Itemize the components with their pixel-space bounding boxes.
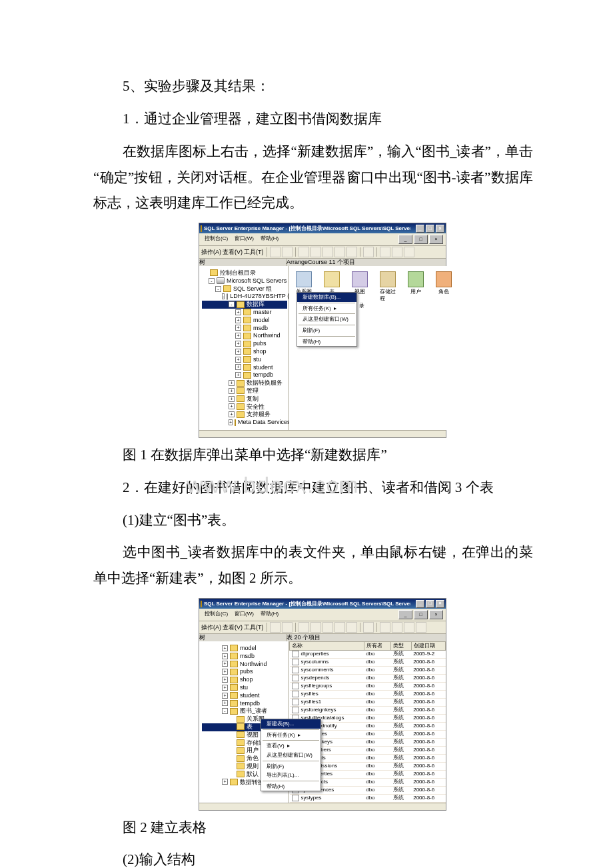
menu-help[interactable]: 帮助(H): [261, 782, 320, 791]
toolbar-button[interactable]: [392, 247, 402, 257]
menu-view[interactable]: 查看(V) ▸: [261, 741, 320, 751]
toolbar-view[interactable]: 查看(V): [223, 249, 243, 256]
inner-min-button[interactable]: _: [398, 235, 412, 244]
tree-db-item[interactable]: +shop: [202, 676, 287, 684]
toolbar-button[interactable]: [270, 622, 281, 633]
close-button[interactable]: ×: [436, 600, 444, 608]
toolbar-action[interactable]: 操作(A): [201, 249, 221, 256]
maximize-button[interactable]: □: [426, 600, 434, 608]
toolbar-button[interactable]: [282, 247, 293, 257]
toolbar-tools[interactable]: 工具(T): [244, 249, 264, 256]
inner-max-button[interactable]: □: [414, 235, 428, 244]
menu-help[interactable]: 帮助(H): [258, 610, 281, 619]
menu-new-window[interactable]: 从这里创建窗口(W): [297, 315, 356, 324]
toolbar-button[interactable]: [380, 247, 390, 257]
tree-service-item[interactable]: +复制: [202, 395, 287, 403]
menu-new-database[interactable]: 新建数据库(B)...: [297, 293, 356, 302]
inner-close-button[interactable]: ×: [429, 235, 443, 244]
toolbar-button[interactable]: [363, 247, 374, 257]
tree-db-item[interactable]: +master: [202, 309, 287, 317]
menu-new-window[interactable]: 从这里创建窗口(W): [261, 751, 320, 760]
toolbar-view[interactable]: 查看(V): [223, 624, 243, 631]
close-button[interactable]: ×: [436, 225, 444, 233]
tree-db-item[interactable]: -图书_读者: [202, 707, 287, 715]
toolbar-button[interactable]: [299, 247, 309, 257]
table-row[interactable]: sysforeignkeysdbo系统2000-8-6: [290, 706, 446, 714]
menu-console[interactable]: 控制台(C): [202, 610, 231, 619]
table-row[interactable]: sysdependsdbo系统2000-8-6: [290, 674, 446, 682]
tree-db-item[interactable]: +pubs: [202, 340, 287, 348]
tree-service-item[interactable]: +支持服务: [202, 411, 287, 419]
toolbar-button[interactable]: [282, 622, 293, 633]
toolbar-button[interactable]: [380, 622, 390, 633]
tree-db-item[interactable]: +tempdb: [202, 371, 287, 379]
tree-db-item[interactable]: +model: [202, 645, 287, 653]
col-name[interactable]: 名称: [290, 641, 364, 650]
tree-db-item[interactable]: +student: [202, 692, 287, 700]
menu-window[interactable]: 窗口(W): [232, 235, 257, 244]
menu-refresh[interactable]: 刷新(F): [297, 326, 356, 335]
menu-refresh[interactable]: 刷新(F): [261, 762, 320, 771]
tree-db-item[interactable]: +shop: [202, 348, 287, 356]
item-storedproc[interactable]: 存储过程: [380, 271, 396, 301]
menu-new-table[interactable]: 新建表(B)...: [261, 719, 320, 729]
tree-service-item[interactable]: +数据转换服务: [202, 379, 287, 387]
menu-all-tasks[interactable]: 所有任务(K) ▸: [297, 304, 356, 313]
toolbar-button[interactable]: [363, 622, 374, 633]
toolbar-button[interactable]: [346, 622, 357, 633]
tree-db-item[interactable]: +model: [202, 317, 287, 325]
toolbar-tools[interactable]: 工具(T): [244, 624, 264, 631]
item-users[interactable]: 用户: [408, 271, 424, 301]
toolbar-button[interactable]: [322, 247, 333, 257]
tree-db-item[interactable]: +stu: [202, 684, 287, 692]
menu-help[interactable]: 帮助(H): [258, 235, 281, 244]
menu-console[interactable]: 控制台(C): [202, 235, 231, 244]
maximize-button[interactable]: □: [426, 225, 434, 233]
table-row[interactable]: sysfiles1dbo系统2000-8-6: [290, 698, 446, 706]
table-row[interactable]: systypesdbo系统2000-8-6: [290, 794, 446, 802]
tree-db-item[interactable]: +student: [202, 364, 287, 372]
tree-db-item[interactable]: +Northwind: [202, 332, 287, 340]
toolbar-button[interactable]: [416, 622, 426, 633]
toolbar-button[interactable]: [392, 622, 402, 633]
menu-window[interactable]: 窗口(W): [232, 610, 257, 619]
col-date[interactable]: 创建日期: [411, 641, 445, 650]
toolbar-button[interactable]: [346, 247, 357, 257]
tree-node-mssql[interactable]: -Microsoft SQL Servers: [202, 277, 287, 285]
table-row[interactable]: dtpropertiesdbo系统2005-9-2: [290, 650, 446, 658]
toolbar-button[interactable]: [270, 247, 281, 257]
item-roles[interactable]: 角色: [436, 271, 452, 301]
tree-service-item[interactable]: +安全性: [202, 403, 287, 411]
tree-db-item[interactable]: +msdb: [202, 653, 287, 661]
menu-export-list[interactable]: 导出列表(L)...: [261, 771, 320, 780]
table-row[interactable]: sysfilesdbo系统2000-8-6: [290, 690, 446, 698]
table-row[interactable]: sysfilegroupsdbo系统2000-8-6: [290, 682, 446, 690]
tree-root[interactable]: 控制台根目录: [202, 269, 287, 277]
tree-node-server-group[interactable]: -SQL Server 组: [202, 285, 287, 293]
table-row[interactable]: syscommentsdbo系统2000-8-6: [290, 666, 446, 674]
tree-node-databases[interactable]: -数据库: [202, 301, 287, 309]
inner-max-button[interactable]: □: [414, 610, 428, 619]
toolbar-button[interactable]: [334, 622, 345, 633]
tree-db-item[interactable]: +Northwind: [202, 661, 287, 669]
tree-node-server[interactable]: -LDH-4U278YBSHTP (Window: [202, 293, 287, 301]
inner-min-button[interactable]: _: [398, 610, 412, 619]
menu-help[interactable]: 帮助(H): [297, 337, 356, 347]
toolbar-button[interactable]: [404, 247, 414, 257]
toolbar-button[interactable]: [310, 622, 321, 633]
tree-db-item[interactable]: +msdb: [202, 325, 287, 333]
minimize-button[interactable]: _: [416, 225, 424, 233]
toolbar-button[interactable]: [310, 247, 321, 257]
minimize-button[interactable]: _: [416, 600, 424, 608]
inner-close-button[interactable]: ×: [429, 610, 443, 619]
table-row[interactable]: syscolumnsdbo系统2000-8-6: [290, 658, 446, 666]
tree-service-item[interactable]: +Meta Data Services: [202, 419, 287, 427]
toolbar-button[interactable]: [404, 622, 414, 633]
toolbar-action[interactable]: 操作(A): [201, 624, 221, 631]
col-owner[interactable]: 所有者: [364, 641, 391, 650]
tree-service-item[interactable]: +管理: [202, 387, 287, 395]
toolbar-button[interactable]: [322, 622, 333, 633]
toolbar-button[interactable]: [299, 622, 309, 633]
toolbar-button[interactable]: [334, 247, 345, 257]
col-type[interactable]: 类型: [391, 641, 411, 650]
